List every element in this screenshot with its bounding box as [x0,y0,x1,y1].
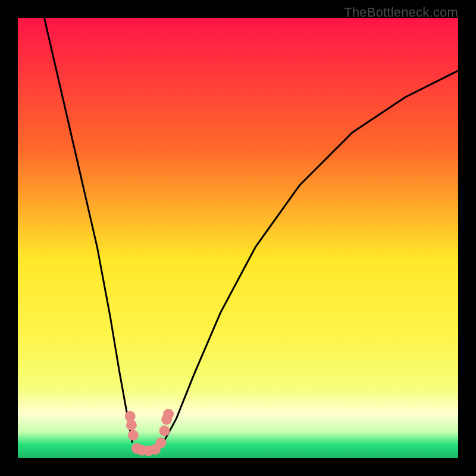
marker-dot [126,420,137,431]
marker-dot [163,409,174,419]
marker-dot [159,425,170,436]
marker-dot [128,430,139,441]
gradient-background [18,18,458,458]
marker-dot [156,437,167,448]
plot-area [18,18,458,458]
outer-frame: TheBottleneck.com [0,0,476,476]
bottleneck-chart [18,18,458,458]
